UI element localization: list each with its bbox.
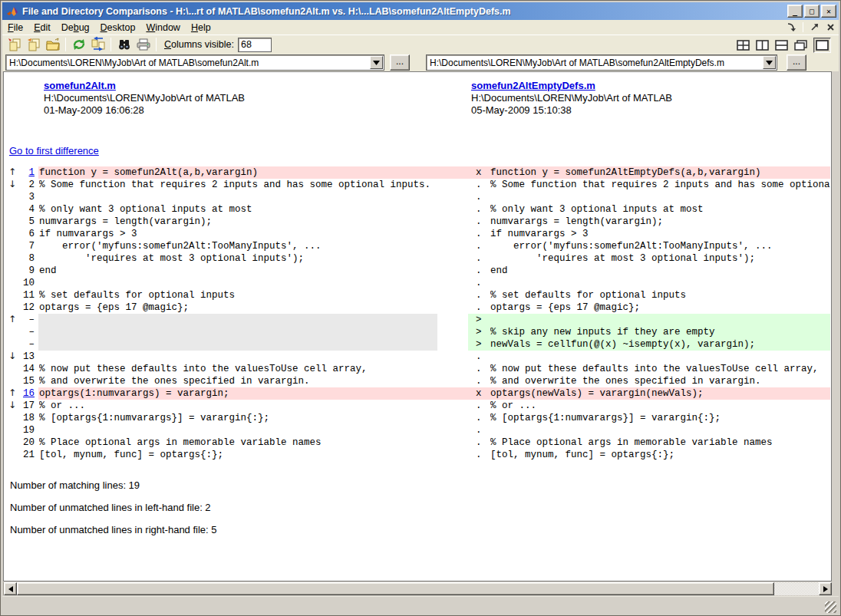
menu-bar: FileEditDebugDesktopWindowHelp [2,20,839,35]
single-maximized-icon[interactable] [813,38,831,53]
right-code: % Some function that requires 2 inputs a… [490,179,830,191]
columns-visible-label: Columns visible: [164,39,234,50]
line-number: 19 [13,424,35,436]
swap-sides-icon[interactable] [88,36,107,53]
menu-separator [803,22,803,32]
toolbar-separator [156,38,157,51]
right-code: [tol, mynum, func] = optargs{:}; [490,449,830,461]
left-code: function y = somefun2Alt(a,b,varargin) [39,166,467,179]
left-code: % and overwrite the ones specified in va… [39,375,467,387]
scrollbar-thumb[interactable] [17,582,774,595]
menu-desktop[interactable]: Desktop [95,21,141,35]
line-number: 17 [13,400,35,412]
diff-marker: x [476,387,488,400]
line-number: 5 [13,216,35,228]
left-browse-button[interactable]: ... [390,54,410,71]
right-code: numvarargs = length(varargin); [490,216,830,228]
right-code: % or ... [490,400,830,412]
left-code: % now put these defaults into the values… [39,363,467,375]
resize-grip[interactable] [825,601,836,613]
status-strip [2,596,839,615]
line-number-link[interactable]: 1 [13,166,35,179]
app-window: { "window": { "title": "File and Directo… [0,0,841,616]
diff-marker: . [476,400,488,412]
toolbar: Columns visible: [2,35,839,54]
diff-marker: x [476,166,488,179]
goto-first-difference-link[interactable]: Go to first difference [9,145,99,156]
left-code: 'requires at most 3 optional inputs'); [39,252,467,265]
line-number: 15 [13,375,35,387]
left-code: optargs = {eps 17 @magic}; [39,301,467,314]
undock-icon[interactable] [810,22,820,32]
close-document-icon[interactable] [826,22,836,32]
left-code: numvarargs = length(varargin); [39,216,467,228]
open-folder-icon[interactable] [43,36,62,53]
right-code: % set defaults for optional inputs [490,289,830,301]
diff-row-4: 4% only want 3 optional inputs at most.%… [4,203,831,216]
left-file-combobox[interactable]: H:\Documents\LOREN\MyJob\Art of MATLAB\s… [5,54,384,71]
left-code: % [optargs{1:numvarargs}] = varargin{:}; [39,412,467,424]
refresh-icon[interactable] [69,36,88,53]
right-browse-button[interactable]: ... [787,54,806,71]
line-number: 11 [13,289,35,301]
minimize-button[interactable]: _ [787,5,803,18]
diff-marker: > [476,314,488,326]
line-number: 7 [13,240,35,252]
line-number-link[interactable]: 16 [13,387,35,400]
diff-row-1: ↑1function y = somefun2Alt(a,b,varargin)… [4,166,831,179]
menu-file[interactable]: File [2,21,28,35]
left-code: % only want 3 optional inputs at most [39,203,467,216]
line-number: 4 [13,203,35,216]
diff-row-7: 7 error('myfuns:somefun2Alt:TooManyInput… [4,240,831,252]
toolbar-separator [110,38,111,51]
right-file-combobox[interactable]: H:\Documents\LOREN\MyJob\Art of MATLAB\s… [426,54,777,71]
left-code: optargs(1:numvarargs) = varargin; [39,387,467,400]
print-icon[interactable] [134,36,153,53]
right-combo-dropdown-icon[interactable] [763,56,776,69]
columns-visible-input[interactable] [238,38,272,52]
right-code: function y = somefun2AltEmptyDefs(a,b,va… [490,166,830,179]
left-file-date: 01-May-2009 16:06:28 [44,104,144,116]
diff-row-11: 11% set defaults for optional inputs.% s… [4,289,831,301]
title-bar[interactable]: File and Directory Comparisons - H:\...r… [2,2,839,20]
compare-files-icon[interactable] [24,36,43,53]
menu-window[interactable]: Window [140,21,185,35]
menu-help[interactable]: Help [186,21,216,35]
left-file-name-link[interactable]: somefun2Alt.m [44,80,116,92]
left-combo-dropdown-icon[interactable] [370,56,383,69]
line-number: 14 [13,363,35,375]
right-code: error('myfuns:somefun2Alt:TooManyInputs'… [490,240,830,252]
horizontal-scrollbar[interactable] [3,582,832,595]
line-number: – [13,314,35,326]
dock-icon[interactable] [787,22,796,32]
left-code: % set defaults for optional inputs [39,289,467,301]
line-number: 13 [13,351,35,363]
tile-grid-icon[interactable] [737,40,750,51]
menu-debug[interactable]: Debug [56,21,95,35]
left-file-dir: H:\Documents\LOREN\MyJob\Art of MATLAB [44,92,245,104]
diff-marker: > [476,326,488,338]
tile-vertical-icon[interactable] [756,40,769,51]
diff-marker: . [476,301,488,314]
scroll-right-icon[interactable] [819,582,832,595]
right-code: end [490,265,830,277]
scroll-left-icon[interactable] [4,582,17,595]
tile-horizontal-icon[interactable] [775,40,788,51]
right-file-path: H:\Documents\LOREN\MyJob\Art of MATLAB\s… [430,58,724,68]
maximize-button[interactable]: □ [804,5,820,18]
menu-edit[interactable]: Edit [28,21,56,35]
close-button[interactable]: ✕ [821,5,836,18]
find-icon[interactable] [114,36,134,53]
right-code: % only want 3 optional inputs at most [490,203,830,216]
diff-marker: . [476,228,488,240]
cascade-icon[interactable] [794,40,807,51]
line-number: – [13,338,35,351]
diff-marker: . [476,240,488,252]
new-comparison-icon[interactable] [5,36,24,53]
diff-row-5: 5numvarargs = length(varargin);.numvarar… [4,216,831,228]
right-file-name-link[interactable]: somefun2AltEmptyDefs.m [471,80,595,92]
diff-row-8: 8 'requires at most 3 optional inputs');… [4,252,831,265]
absent-line-highlight [38,326,437,338]
window-title: File and Directory Comparisons - H:\...r… [22,6,511,17]
toolbar-separator [65,38,66,51]
